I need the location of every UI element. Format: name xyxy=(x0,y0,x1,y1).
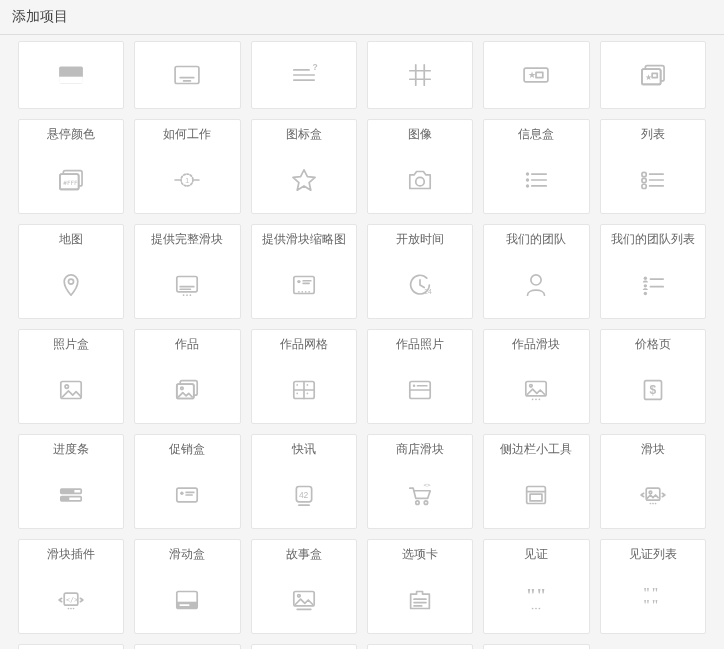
grid-item-sliding-box[interactable]: 滑动盒 xyxy=(134,539,240,634)
grid-item-quick-fact[interactable]: 快讯 42 xyxy=(251,434,357,529)
grid-item[interactable]: ★ xyxy=(600,41,706,109)
grid-item-our-team-list[interactable]: 我们的团队列表 xyxy=(600,224,706,319)
grid-item-trailer-box[interactable]: 预告盒 xyxy=(134,644,240,649)
svg-point-75 xyxy=(296,393,298,395)
item-label: 照片盒 xyxy=(19,330,123,357)
grid-item-tabs[interactable]: 选项卡 xyxy=(367,539,473,634)
slider-full-icon xyxy=(135,252,239,318)
svg-point-50 xyxy=(297,280,300,283)
grid-item-photo-box[interactable]: 照片盒 xyxy=(18,329,124,424)
item-label: 作品照片 xyxy=(368,330,472,357)
icon-4-hash xyxy=(368,42,472,108)
list-icon xyxy=(484,147,588,213)
grid-item[interactable]: ? xyxy=(251,41,357,109)
grid-item-offer-slider-thumb[interactable]: 提供滑块缩略图 xyxy=(251,224,357,319)
grid-item-shop-slider[interactable]: 商店滑块 <> xyxy=(367,434,473,529)
grid-item-sidebar-widget[interactable]: 侧边栏小工具 xyxy=(483,434,589,529)
svg-rect-40 xyxy=(642,184,646,188)
map-pin-icon xyxy=(19,252,123,318)
item-grid: ? ★ ★ 悬停颜色 #FFF 如何工作 1 图标盒 xyxy=(0,35,724,649)
svg-text:<>: <> xyxy=(424,481,432,488)
item-label: 图标盒 xyxy=(252,120,356,147)
grid-item-zoom-box[interactable]: 缩放盒子 xyxy=(483,644,589,649)
portfolio-stack-icon xyxy=(135,357,239,423)
svg-text:": " xyxy=(643,598,651,613)
svg-point-65 xyxy=(65,385,68,388)
svg-point-58 xyxy=(531,275,541,285)
grid-item-map[interactable]: 地图 xyxy=(18,224,124,319)
grid-item-testimonials-list[interactable]: 见证列表 """" xyxy=(600,539,706,634)
item-label: 滑动盒 xyxy=(135,540,239,567)
grid-item-list[interactable]: 列表 xyxy=(600,119,706,214)
grid-item-offer-slider-full[interactable]: 提供完整滑块 xyxy=(134,224,240,319)
item-label: 地图 xyxy=(19,225,123,252)
shopping-cart-icon: <> xyxy=(368,462,472,528)
grid-item-portfolio-grid[interactable]: 作品网格 xyxy=(251,329,357,424)
grid-item-icon-box[interactable]: 图标盒 xyxy=(251,119,357,214)
svg-point-82 xyxy=(530,384,533,387)
item-label: 时间线 xyxy=(19,645,123,649)
grid-item-hover-color[interactable]: 悬停颜色 #FFF xyxy=(18,119,124,214)
svg-point-107 xyxy=(649,503,651,505)
page-title: 添加项目 xyxy=(12,8,68,24)
pricing-icon: $ xyxy=(601,357,705,423)
grid-item-timeline[interactable]: 时间线 2013 xyxy=(18,644,124,649)
person-list-icon xyxy=(601,252,705,318)
portfolio-slider-icon xyxy=(484,357,588,423)
grid-item-testimonials[interactable]: 见证 "" xyxy=(483,539,589,634)
item-label: 作品网格 xyxy=(252,330,356,357)
tabs-icon xyxy=(368,567,472,633)
grid-item-how-it-works[interactable]: 如何工作 1 xyxy=(134,119,240,214)
story-box-icon xyxy=(252,567,356,633)
svg-text:": " xyxy=(526,585,536,606)
grid-item-info-box[interactable]: 信息盒 xyxy=(483,119,589,214)
item-label: 预告盒 xyxy=(135,645,239,649)
svg-rect-89 xyxy=(61,489,75,493)
svg-point-46 xyxy=(183,294,185,296)
svg-point-108 xyxy=(652,503,654,505)
svg-point-73 xyxy=(296,384,298,386)
item-label: 我们的团队列表 xyxy=(601,225,705,252)
item-label: 提供完整滑块 xyxy=(135,225,239,252)
svg-rect-15 xyxy=(536,72,543,77)
grid-item[interactable] xyxy=(367,41,473,109)
grid-item-our-team[interactable]: 我们的团队 xyxy=(483,224,589,319)
grid-item[interactable] xyxy=(18,41,124,109)
slider-icon xyxy=(601,462,705,528)
how-it-works-icon: 1 xyxy=(135,147,239,213)
item-label: 促销盒 xyxy=(135,435,239,462)
svg-point-48 xyxy=(190,294,192,296)
svg-rect-104 xyxy=(531,494,543,501)
grid-item-slider-plugin[interactable]: 滑块插件 </> xyxy=(18,539,124,634)
svg-point-74 xyxy=(306,384,308,386)
grid-item-video[interactable]: 视频 xyxy=(251,644,357,649)
svg-text:#FFF: #FFF xyxy=(64,179,79,186)
svg-point-34 xyxy=(526,184,529,187)
svg-point-100 xyxy=(424,501,427,504)
grid-item[interactable]: ★ xyxy=(483,41,589,109)
grid-item[interactable] xyxy=(134,41,240,109)
grid-item-story-box[interactable]: 故事盒 xyxy=(251,539,357,634)
grid-item-promo-box[interactable]: 促销盒 xyxy=(134,434,240,529)
svg-point-42 xyxy=(69,279,74,284)
svg-point-63 xyxy=(643,292,646,295)
icon-3-question-list: ? xyxy=(252,42,356,108)
feature-list-icon xyxy=(601,147,705,213)
grid-item-portfolio-photo[interactable]: 作品照片 xyxy=(367,329,473,424)
grid-item-visual-editor[interactable]: 可视化编辑器 xyxy=(367,644,473,649)
svg-text:?: ? xyxy=(312,62,317,72)
grid-item-portfolio-slider[interactable]: 作品滑块 xyxy=(483,329,589,424)
svg-point-47 xyxy=(187,294,189,296)
grid-item-image[interactable]: 图像 xyxy=(367,119,473,214)
grid-item-pricing[interactable]: 价格页 $ xyxy=(600,329,706,424)
star-icon xyxy=(252,147,356,213)
clock-24-icon: 24 xyxy=(368,252,472,318)
svg-point-59 xyxy=(643,277,646,280)
grid-item-opening-hours[interactable]: 开放时间 24 xyxy=(367,224,473,319)
item-label: 作品 xyxy=(135,330,239,357)
grid-item-slider[interactable]: 滑块 xyxy=(600,434,706,529)
item-label: 侧边栏小工具 xyxy=(484,435,588,462)
item-label: 滑块插件 xyxy=(19,540,123,567)
grid-item-progress-bar[interactable]: 进度条 xyxy=(18,434,124,529)
grid-item-portfolio[interactable]: 作品 xyxy=(134,329,240,424)
